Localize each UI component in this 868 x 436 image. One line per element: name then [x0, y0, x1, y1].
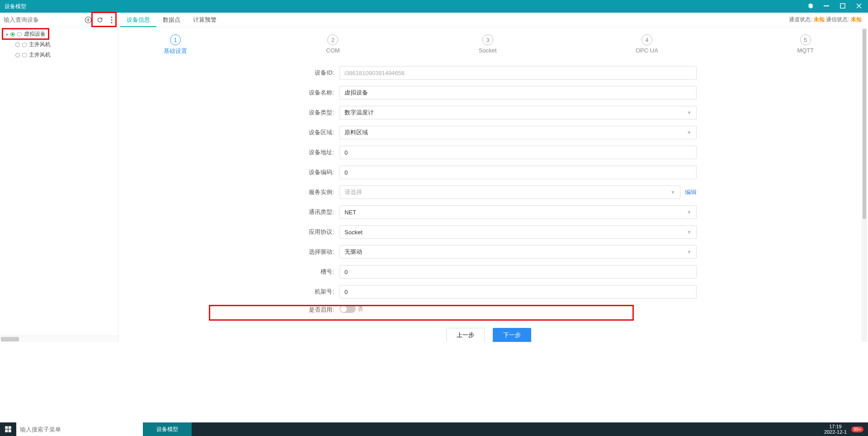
- step-basic[interactable]: 1基础设置: [164, 34, 187, 55]
- tree-label: 主井风机: [29, 51, 51, 59]
- device-area-select[interactable]: 原料区域▼: [340, 126, 697, 139]
- chevron-down-icon: ▼: [687, 209, 692, 215]
- status-icon: [15, 53, 20, 57]
- device-icon: [22, 42, 27, 47]
- label-device-name: 设备名称:: [281, 89, 340, 97]
- prev-button[interactable]: 上一步: [446, 328, 485, 342]
- device-icon: [17, 32, 22, 37]
- enable-value: 否: [358, 305, 363, 313]
- step-com[interactable]: 2COM: [326, 34, 340, 55]
- edit-link[interactable]: 编辑: [685, 188, 697, 196]
- label-enable: 是否启用:: [281, 306, 340, 314]
- settings-icon[interactable]: [806, 3, 815, 10]
- label-device-addr: 设备地址:: [281, 148, 340, 156]
- status-icon: [10, 32, 15, 37]
- svg-rect-0: [824, 5, 829, 6]
- label-comm-type: 通讯类型:: [281, 208, 340, 216]
- step-socket[interactable]: 3Socket: [479, 34, 497, 55]
- step-mqtt[interactable]: 5MQTT: [797, 34, 814, 55]
- step-opcua[interactable]: 4OPC UA: [636, 34, 658, 55]
- device-icon: [22, 52, 27, 58]
- chevron-down-icon: ▼: [687, 229, 692, 235]
- enable-toggle[interactable]: [340, 305, 356, 313]
- driver-select[interactable]: 无驱动▼: [340, 245, 697, 259]
- tree-label: 虚拟设备: [24, 30, 46, 38]
- device-type-select[interactable]: 数字温度计▼: [340, 106, 697, 119]
- sidebar: ▸ 虚拟设备 主井风机 主井风机: [0, 13, 118, 342]
- label-rack: 机架号:: [281, 288, 340, 296]
- steps: 1基础设置 2COM 3Socket 4OPC UA 5MQTT: [118, 27, 859, 62]
- device-code-field[interactable]: 0: [340, 166, 697, 179]
- label-device-area: 设备区域:: [281, 128, 340, 137]
- label-service-instance: 服务实例:: [281, 188, 340, 196]
- comm-type-select[interactable]: NET▼: [340, 205, 697, 219]
- titlebar: 设备模型: [0, 0, 868, 13]
- status-bar: 通道状态: 未知 通信状态: 未知: [789, 16, 866, 24]
- slot-field[interactable]: 0: [340, 265, 697, 279]
- form-container: 1基础设置 2COM 3Socket 4OPC UA 5MQTT 设备ID:i3…: [118, 27, 868, 342]
- content: 设备信息 数据点 计算预警 通道状态: 未知 通信状态: 未知 1基础设置 2C…: [118, 13, 868, 342]
- label-device-type: 设备类型:: [281, 109, 340, 117]
- search-input[interactable]: [0, 14, 83, 26]
- device-id-field: i386181090391494656: [340, 66, 697, 80]
- label-device-id: 设备ID:: [281, 69, 340, 77]
- close-icon[interactable]: [854, 3, 863, 10]
- svg-rect-1: [840, 4, 845, 8]
- more-icon[interactable]: [107, 15, 117, 25]
- window-title: 设备模型: [5, 3, 806, 10]
- label-device-code: 设备编码:: [281, 168, 340, 176]
- chevron-down-icon: ▼: [687, 249, 692, 255]
- label-driver: 选择驱动:: [281, 248, 340, 256]
- rack-field[interactable]: 0: [340, 285, 697, 299]
- chevron-down-icon: ▼: [670, 190, 675, 195]
- service-instance-select[interactable]: 请选择▼: [340, 185, 680, 199]
- refresh-icon[interactable]: [95, 15, 105, 25]
- add-icon[interactable]: [83, 15, 93, 25]
- tab-device-info[interactable]: 设备信息: [120, 13, 156, 27]
- maximize-icon[interactable]: [838, 3, 847, 10]
- device-tree: ▸ 虚拟设备 主井风机 主井风机: [0, 27, 118, 336]
- minimize-icon[interactable]: [822, 3, 831, 10]
- tree-node-fan1[interactable]: 主井风机: [0, 39, 118, 50]
- chevron-down-icon: ▼: [687, 130, 692, 135]
- tree-label: 主井风机: [29, 41, 51, 48]
- svg-point-4: [111, 19, 113, 20]
- sidebar-scrollbar-x[interactable]: [0, 336, 118, 342]
- app-protocol-select[interactable]: Socket▼: [340, 225, 697, 239]
- tree-node-fan2[interactable]: 主井风机: [0, 50, 118, 60]
- status-icon: [15, 43, 20, 47]
- label-slot: 槽号:: [281, 268, 340, 276]
- tab-data-points[interactable]: 数据点: [156, 13, 187, 27]
- chevron-down-icon: ▼: [687, 110, 692, 115]
- tabs: 设备信息 数据点 计算预警: [120, 13, 223, 27]
- device-name-field[interactable]: 虚拟设备: [340, 86, 697, 100]
- tree-node-virtual-device[interactable]: ▸ 虚拟设备: [0, 29, 118, 39]
- svg-point-5: [111, 22, 113, 23]
- expand-icon: ▸: [6, 32, 9, 37]
- svg-point-3: [111, 16, 113, 18]
- tab-calc-alarm[interactable]: 计算预警: [187, 13, 223, 27]
- device-addr-field[interactable]: 0: [340, 146, 697, 159]
- next-button[interactable]: 下一步: [493, 328, 531, 342]
- label-app-protocol: 应用协议:: [281, 228, 340, 236]
